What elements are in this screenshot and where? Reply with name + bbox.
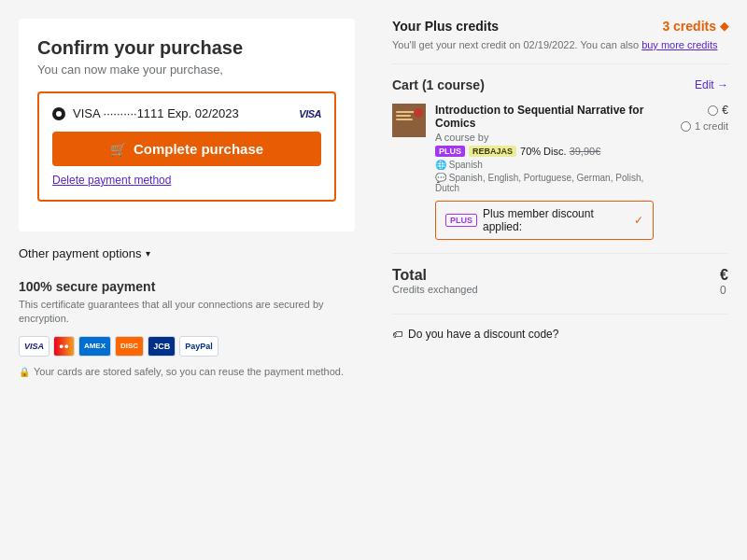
lock-icon: 🔒 [19, 367, 30, 377]
total-section: Total Credits exchanged € 0 [392, 267, 728, 315]
plus-badge: PLUS [435, 146, 465, 157]
total-sub: Credits exchanged [392, 284, 478, 295]
discount-code-text: Do you have a discount code? [408, 328, 558, 341]
total-row: Total Credits exchanged € 0 [392, 267, 728, 297]
globe-icon: 🌐 [435, 160, 446, 170]
euro-option[interactable]: € [708, 104, 728, 117]
confirm-title: Confirm your purchase [37, 37, 336, 59]
course-price-options: € 1 credit [663, 104, 728, 132]
discount-text: 70% Disc. 39,90€ [520, 146, 600, 157]
right-panel: Your Plus credits 3 credits ◆ You'll get… [374, 19, 728, 504]
visa-icon: VISA [19, 336, 49, 357]
cart-section: Cart (1 course) Edit → Introduction to S… [392, 77, 728, 254]
subtitles-text: Spanish, English, Portuguese, German, Po… [435, 173, 643, 193]
visa-card-text: VISA ··········1111 Exp. 02/2023 [73, 106, 239, 120]
svg-rect-1 [396, 111, 415, 113]
complete-purchase-button[interactable]: 🛒 Complete purchase [52, 132, 321, 166]
total-label-group: Total Credits exchanged [392, 267, 478, 295]
visa-logo: VISA [299, 108, 321, 119]
course-subtitles: 💬 Spanish, English, Portuguese, German, … [435, 173, 654, 193]
buy-more-credits-link[interactable]: buy more credits [641, 39, 717, 50]
lang-text: Spanish [449, 160, 483, 170]
checkmark-icon: ✓ [634, 214, 643, 227]
other-payment-label: Other payment options [19, 246, 142, 260]
total-label: Total [392, 267, 478, 284]
credits-header: Your Plus credits 3 credits ◆ [392, 19, 728, 34]
diamond-icon: ◆ [720, 20, 728, 33]
credits-count: 3 credits ◆ [662, 19, 728, 34]
svg-rect-2 [396, 115, 411, 117]
rebajas-badge: REBAJAS [469, 146, 516, 157]
credits-exchanged-value: 0 [720, 284, 726, 297]
credits-sub: You'll get your next credit on 02/19/202… [392, 39, 728, 50]
discount-pct: 70% Disc. [520, 146, 567, 157]
other-payment-toggle[interactable]: Other payment options ▾ [19, 246, 355, 260]
euro-radio[interactable] [708, 105, 718, 116]
svg-rect-3 [396, 119, 413, 120]
left-panel: Confirm your purchase You can now make y… [19, 19, 374, 504]
credit-label: 1 credit [695, 120, 728, 132]
confirm-subtitle: You can now make your purchase, [37, 63, 336, 77]
payment-box: VISA ··········1111 Exp. 02/2023 VISA 🛒 … [37, 91, 336, 202]
payment-icons-row: VISA ●● AMEX DISC JCB PayPal [19, 336, 355, 357]
course-row: Introduction to Sequential Narrative for… [392, 104, 728, 240]
credit-option[interactable]: 1 credit [681, 120, 728, 132]
course-by: A course by [435, 132, 654, 143]
course-thumbnail [392, 104, 426, 137]
total-value: € [720, 267, 728, 284]
secure-note: 🔒 Your cards are stored safely, so you c… [19, 366, 355, 377]
tag-icon: 🏷 [392, 329, 402, 340]
credit-radio[interactable] [681, 121, 691, 132]
credits-sub-text: You'll get your next credit on 02/19/202… [392, 39, 639, 50]
chevron-down-icon: ▾ [146, 248, 150, 259]
visa-radio[interactable] [52, 107, 65, 120]
course-info: Introduction to Sequential Narrative for… [435, 104, 654, 240]
mastercard-icon: ●● [53, 336, 75, 357]
cart-edit-link[interactable]: Edit → [695, 78, 728, 91]
page-container: Confirm your purchase You can now make y… [0, 0, 747, 523]
secure-note-text: Your cards are stored safely, so you can… [34, 366, 344, 377]
amex-icon: AMEX [78, 336, 111, 357]
credits-value: 3 credits [662, 19, 716, 34]
confirm-card: Confirm your purchase You can now make y… [19, 19, 355, 231]
plus-discount-text: Plus member discount applied: [483, 207, 628, 233]
svg-point-4 [414, 108, 423, 118]
secure-section: 100% secure payment This certificate gua… [19, 279, 355, 377]
visa-row: VISA ··········1111 Exp. 02/2023 VISA [52, 106, 321, 120]
cart-title: Cart (1 course) [392, 77, 485, 92]
euro-label: € [722, 104, 728, 117]
discount-code-section[interactable]: 🏷 Do you have a discount code? [392, 328, 728, 341]
discover-icon: DISC [115, 336, 144, 357]
delete-payment-link[interactable]: Delete payment method [52, 174, 171, 187]
plus-badge-sm: PLUS [445, 214, 477, 227]
badge-row: PLUS REBAJAS 70% Disc. 39,90€ [435, 146, 654, 157]
secure-description: This certificate guarantees that all you… [19, 298, 355, 327]
paypal-icon: PayPal [179, 336, 218, 357]
credits-section: Your Plus credits 3 credits ◆ You'll get… [392, 19, 728, 64]
subtitles-icon: 💬 [435, 173, 446, 183]
cart-icon: 🛒 [110, 142, 126, 157]
credits-exchanged-row: 0 [720, 284, 728, 297]
jcb-icon: JCB [148, 336, 176, 357]
course-language: 🌐 Spanish [435, 160, 654, 170]
total-value-group: € 0 [720, 267, 728, 297]
credits-label: Your Plus credits [392, 19, 499, 34]
secure-title: 100% secure payment [19, 279, 355, 294]
complete-button-label: Complete purchase [134, 141, 263, 157]
visa-left: VISA ··········1111 Exp. 02/2023 [52, 106, 239, 120]
original-price: 39,90€ [570, 146, 601, 157]
plus-discount-box: PLUS Plus member discount applied: ✓ [435, 201, 654, 240]
cart-header: Cart (1 course) Edit → [392, 77, 728, 92]
course-title: Introduction to Sequential Narrative for… [435, 104, 654, 130]
